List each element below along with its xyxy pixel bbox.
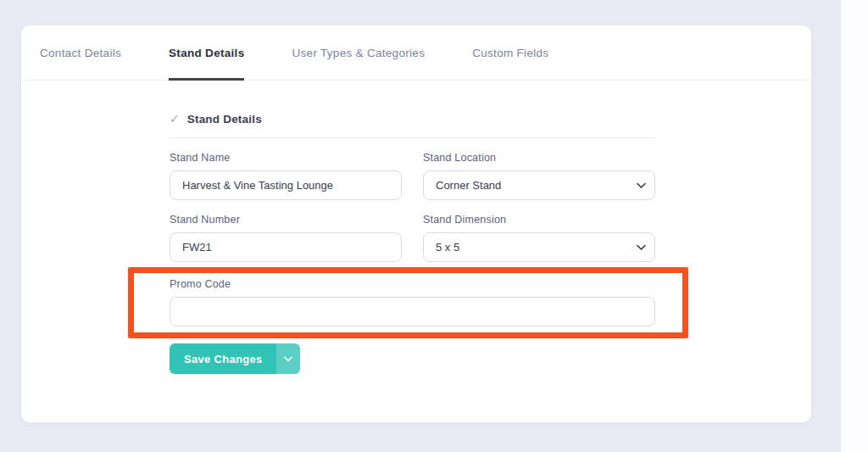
tab-bar: Contact Details Stand Details User Types… xyxy=(21,25,811,81)
stand-number-field-group: Stand Number xyxy=(170,200,402,262)
stand-location-field-group: Stand Location Corner Stand xyxy=(423,138,655,200)
promo-code-field-group: Promo Code xyxy=(170,262,655,326)
stand-dimension-label: Stand Dimension xyxy=(423,214,655,226)
section-header: ✓ Stand Details xyxy=(170,112,655,126)
stand-name-input[interactable] xyxy=(170,170,402,200)
chevron-down-icon xyxy=(284,356,292,362)
stand-number-input[interactable] xyxy=(170,232,402,262)
promo-code-input[interactable] xyxy=(170,297,655,326)
stand-name-field-group: Stand Name xyxy=(170,138,402,200)
fields-grid: Stand Name Stand Location Corner Stand S… xyxy=(170,138,655,326)
tab-stand-details[interactable]: Stand Details xyxy=(169,25,244,80)
tab-custom-fields[interactable]: Custom Fields xyxy=(472,25,548,80)
save-changes-button[interactable]: Save Changes xyxy=(170,343,276,374)
stand-number-label: Stand Number xyxy=(170,214,402,226)
stand-dimension-field-group: Stand Dimension 5 x 5 xyxy=(423,200,655,262)
check-icon: ✓ xyxy=(170,112,180,126)
section-title: Stand Details xyxy=(187,113,262,126)
stand-name-label: Stand Name xyxy=(170,152,402,164)
right-edge-panel xyxy=(841,0,868,452)
tab-contact-details[interactable]: Contact Details xyxy=(40,25,121,80)
save-button-group: Save Changes xyxy=(170,343,655,374)
stand-location-label: Stand Location xyxy=(423,152,655,164)
stand-location-select[interactable]: Corner Stand xyxy=(423,170,655,200)
tab-user-types-categories[interactable]: User Types & Categories xyxy=(292,25,425,80)
stand-editor-card: Contact Details Stand Details User Types… xyxy=(21,25,811,422)
stand-details-form: ✓ Stand Details Stand Name Stand Locatio… xyxy=(170,112,655,374)
promo-code-label: Promo Code xyxy=(170,278,655,290)
stand-dimension-select[interactable]: 5 x 5 xyxy=(423,232,655,262)
save-options-toggle[interactable] xyxy=(276,343,300,374)
